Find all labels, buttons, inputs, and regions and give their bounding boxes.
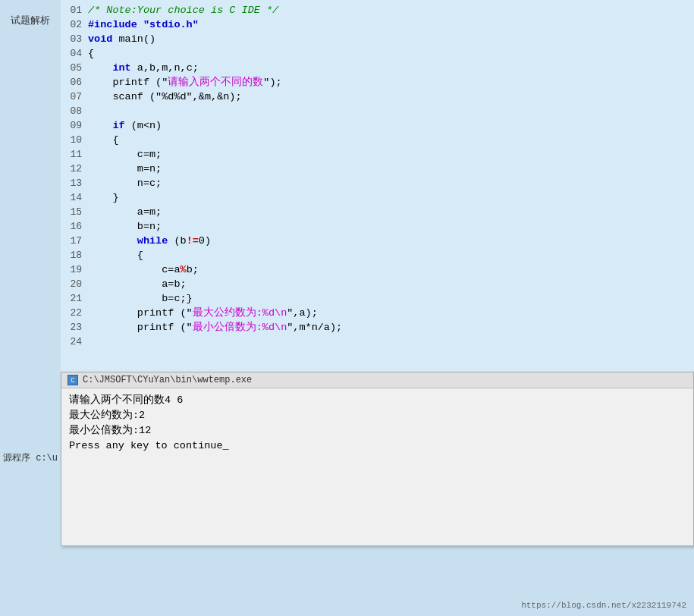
line-content: printf ("最小公倍数为:%d\n",m*n/a);	[88, 320, 694, 335]
line-number: 11	[61, 147, 88, 162]
line-number: 12	[61, 162, 88, 176]
line-number: 16	[61, 219, 88, 234]
console-line: 最小公倍数为:12	[69, 423, 686, 438]
code-line: 08	[61, 104, 694, 118]
line-content: if (m<n)	[88, 118, 694, 133]
code-line: 18 {	[61, 248, 694, 262]
code-line: 02#include "stdio.h"	[61, 17, 694, 32]
line-number: 23	[61, 320, 88, 335]
code-line: 13 n=c;	[61, 176, 694, 190]
line-content: /* Note:Your choice is C IDE */	[88, 3, 694, 17]
sidebar-label: 试题解析	[11, 14, 50, 27]
line-content: {	[88, 133, 694, 147]
line-content: scanf ("%d%d",&m,&n);	[88, 90, 694, 104]
line-content: c=m;	[88, 147, 694, 162]
line-number: 15	[61, 205, 88, 219]
code-line: 19 c=a%b;	[61, 262, 694, 277]
code-line: 11 c=m;	[61, 147, 694, 162]
line-number: 14	[61, 190, 88, 205]
line-content: b=c;}	[88, 291, 694, 306]
line-number: 17	[61, 234, 88, 248]
console-line: Press any key to continue_	[69, 438, 686, 454]
line-content: b=n;	[88, 219, 694, 234]
line-content: int a,b,m,n,c;	[88, 61, 694, 75]
line-number: 22	[61, 306, 88, 320]
code-line: 23 printf ("最小公倍数为:%d\n",m*n/a);	[61, 320, 694, 335]
line-number: 13	[61, 176, 88, 190]
line-number: 24	[61, 335, 88, 349]
line-content: n=c;	[88, 176, 694, 190]
code-line: 06 printf ("请输入两个不同的数");	[61, 75, 694, 90]
line-number: 19	[61, 262, 88, 277]
console-line: 请输入两个不同的数4 6	[69, 393, 686, 408]
sidebar: 试题解析	[0, 0, 61, 372]
code-line: 05 int a,b,m,n,c;	[61, 61, 694, 75]
code-line: 07 scanf ("%d%d",&m,&n);	[61, 90, 694, 104]
line-number: 20	[61, 277, 88, 291]
line-number: 01	[61, 3, 88, 17]
line-number: 03	[61, 32, 88, 46]
code-lines: 01/* Note:Your choice is C IDE */02#incl…	[61, 0, 694, 352]
code-line: 22 printf ("最大公约数为:%d\n",a);	[61, 306, 694, 320]
line-number: 18	[61, 248, 88, 262]
line-number: 02	[61, 17, 88, 32]
code-line: 09 if (m<n)	[61, 118, 694, 133]
line-number: 10	[61, 133, 88, 147]
console-title: C:\JMSOFT\CYuYan\bin\wwtemp.exe	[83, 375, 252, 385]
line-number: 04	[61, 46, 88, 61]
line-content: a=m;	[88, 205, 694, 219]
code-line: 21 b=c;}	[61, 291, 694, 306]
line-content: }	[88, 190, 694, 205]
code-line: 01/* Note:Your choice is C IDE */	[61, 3, 694, 17]
console-line: 最大公约数为:2	[69, 408, 686, 423]
line-number: 06	[61, 75, 88, 90]
line-number: 09	[61, 118, 88, 133]
line-content: #include "stdio.h"	[88, 17, 694, 32]
code-line: 10 {	[61, 133, 694, 147]
code-line: 03void main()	[61, 32, 694, 46]
line-content: m=n;	[88, 162, 694, 176]
code-line: 24	[61, 335, 694, 349]
console-body: 请输入两个不同的数4 6最大公约数为:2最小公倍数为:12 Press any …	[61, 388, 693, 458]
line-content: printf ("请输入两个不同的数");	[88, 75, 694, 90]
line-content: {	[88, 46, 694, 61]
code-editor: 01/* Note:Your choice is C IDE */02#incl…	[61, 0, 694, 372]
console-titlebar: C C:\JMSOFT\CYuYan\bin\wwtemp.exe	[61, 372, 693, 388]
line-number: 21	[61, 291, 88, 306]
line-number: 08	[61, 104, 88, 118]
line-content: {	[88, 248, 694, 262]
code-line: 20 a=b;	[61, 277, 694, 291]
watermark: https://blog.csdn.net/x2232119742	[521, 601, 686, 610]
line-content: c=a%b;	[88, 262, 694, 277]
code-line: 17 while (b!=0)	[61, 234, 694, 248]
source-label: 源程序 c:\u	[0, 451, 61, 464]
console-icon: C	[68, 375, 78, 385]
code-line: 15 a=m;	[61, 205, 694, 219]
line-number: 07	[61, 90, 88, 104]
line-content: while (b!=0)	[88, 234, 694, 248]
line-content: void main()	[88, 32, 694, 46]
code-line: 12 m=n;	[61, 162, 694, 176]
code-line: 14 }	[61, 190, 694, 205]
line-content: a=b;	[88, 277, 694, 291]
console-window: C C:\JMSOFT\CYuYan\bin\wwtemp.exe 请输入两个不…	[61, 372, 694, 546]
line-content: printf ("最大公约数为:%d\n",a);	[88, 306, 694, 320]
code-line: 04{	[61, 46, 694, 61]
code-line: 16 b=n;	[61, 219, 694, 234]
line-number: 05	[61, 61, 88, 75]
